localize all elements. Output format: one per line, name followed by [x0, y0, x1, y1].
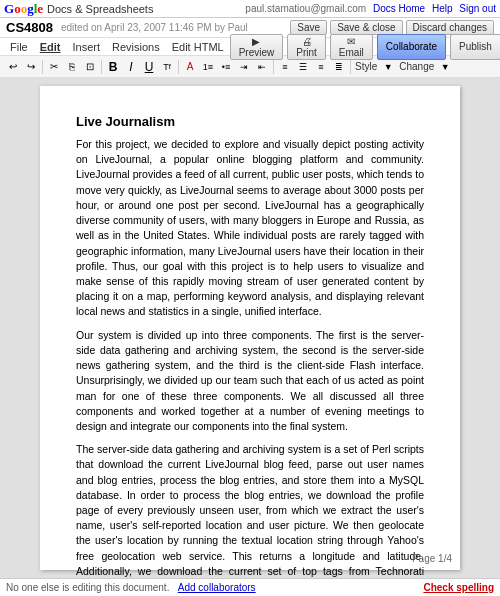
- status-editing-note: No one else is editing this document.: [6, 582, 174, 593]
- doc-paragraph-2: Our system is divided up into three comp…: [76, 328, 424, 435]
- italic-button[interactable]: I: [123, 59, 139, 75]
- toolbar-separator-4: [273, 60, 274, 74]
- menu-right-buttons: ▶ Preview 🖨 Print ✉ Email Collaborate Pu…: [230, 34, 500, 60]
- menu-edit[interactable]: Edit: [34, 40, 67, 54]
- doc-heading: Live Journalism: [76, 114, 424, 129]
- help-link[interactable]: Help: [432, 3, 453, 14]
- bulletlist-button[interactable]: •≡: [218, 59, 234, 75]
- email-button[interactable]: ✉ Email: [330, 34, 373, 60]
- doc-paragraph-1: For this project, we decided to explore …: [76, 137, 424, 320]
- menu-edit-html[interactable]: Edit HTML: [166, 40, 230, 54]
- docs-spreadsheets-label: Docs & Spreadsheets: [47, 3, 153, 15]
- google-logo: Google: [4, 1, 43, 17]
- toolbar-separator-5: [350, 60, 351, 74]
- paste-button[interactable]: ⊡: [82, 59, 98, 75]
- toolbar-separator-1: [42, 60, 43, 74]
- status-bar: No one else is editing this document. Ad…: [0, 578, 500, 596]
- menu-bar: File Edit Insert Revisions Edit HTML ▶ P…: [0, 38, 500, 56]
- text-color-button[interactable]: A: [182, 59, 198, 75]
- numberedlist-button[interactable]: 1≡: [200, 59, 216, 75]
- align-left-button[interactable]: ≡: [277, 59, 293, 75]
- doc-title: CS4808: [6, 20, 53, 35]
- undo-button[interactable]: ↩: [5, 59, 21, 75]
- style-dropdown[interactable]: ▼: [380, 59, 396, 75]
- add-collaborators-link[interactable]: Add collaborators: [178, 582, 256, 593]
- user-email: paul.stamatiou@gmail.com: [245, 3, 366, 14]
- doc-content: Live Journalism For this project, we dec…: [76, 114, 424, 578]
- doc-paragraph-3: The server-side data gathering and archi…: [76, 442, 424, 578]
- doc-meta: edited on April 23, 2007 11:46 PM by Pau…: [61, 22, 290, 33]
- underline-button[interactable]: U: [141, 59, 157, 75]
- toolbar-separator-3: [178, 60, 179, 74]
- align-right-button[interactable]: ≡: [313, 59, 329, 75]
- change-dropdown[interactable]: ▼: [437, 59, 453, 75]
- align-center-button[interactable]: ☰: [295, 59, 311, 75]
- collaborate-button[interactable]: Collaborate: [377, 34, 446, 60]
- user-links: paul.stamatiou@gmail.com Docs Home Help …: [245, 3, 496, 14]
- doc-page: Live Journalism For this project, we dec…: [40, 86, 460, 570]
- docs-home-link[interactable]: Docs Home: [373, 3, 425, 14]
- style-label: Style: [355, 61, 377, 72]
- bold-button[interactable]: B: [105, 59, 121, 75]
- print-button[interactable]: 🖨 Print: [287, 34, 326, 60]
- sign-out-link[interactable]: Sign out: [459, 3, 496, 14]
- align-justify-button[interactable]: ≣: [331, 59, 347, 75]
- indent-button[interactable]: ⇥: [236, 59, 252, 75]
- outdent-button[interactable]: ⇤: [254, 59, 270, 75]
- doc-area: Live Journalism For this project, we dec…: [0, 78, 500, 578]
- toolbar-separator-2: [101, 60, 102, 74]
- page-number: Page 1/4: [412, 553, 452, 564]
- preview-button[interactable]: ▶ Preview: [230, 34, 284, 60]
- publish-button[interactable]: Publish: [450, 34, 500, 60]
- menu-insert[interactable]: Insert: [67, 40, 107, 54]
- check-spelling-link[interactable]: Check spelling: [423, 582, 494, 593]
- font-format-button[interactable]: Tf: [159, 59, 175, 75]
- menu-revisions[interactable]: Revisions: [106, 40, 166, 54]
- top-bar: Google Docs & Spreadsheets paul.stamatio…: [0, 0, 500, 18]
- menu-file[interactable]: File: [4, 40, 34, 54]
- cut-button[interactable]: ✂: [46, 59, 62, 75]
- redo-button[interactable]: ↪: [23, 59, 39, 75]
- copy-button[interactable]: ⎘: [64, 59, 80, 75]
- change-label: Change: [399, 61, 434, 72]
